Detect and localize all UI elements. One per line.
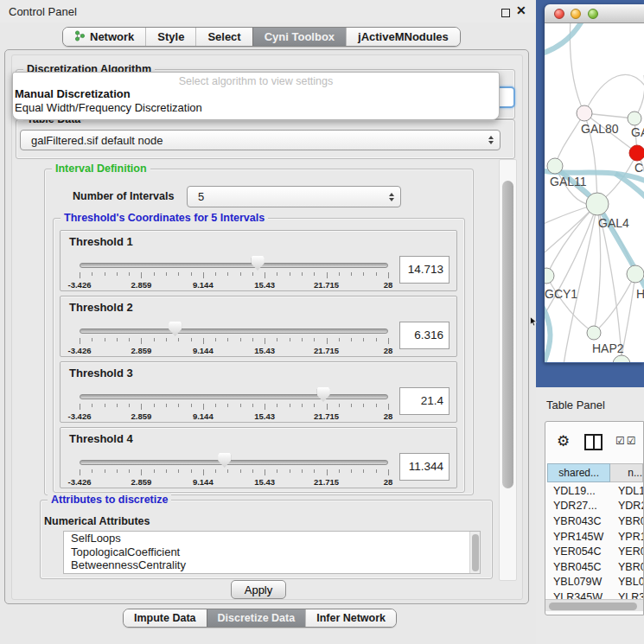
slider-track[interactable] [80, 394, 388, 399]
float-panel-icon[interactable] [501, 9, 510, 17]
slider-tick [302, 469, 303, 473]
slider-tick [314, 404, 315, 407]
table-row[interactable]: YDL19...YDL1 [547, 483, 643, 499]
slider-track[interactable] [80, 460, 388, 465]
threshold-value-field[interactable]: 6.316 [399, 322, 450, 349]
network-edge-thick[interactable] [545, 302, 551, 362]
network-edge-thick[interactable] [545, 23, 583, 54]
attribute-item-selfloops[interactable]: SelfLoops [64, 532, 480, 545]
attribute-item-topologicalcoefficient[interactable]: TopologicalCoefficient [64, 545, 480, 559]
tab-infer-network[interactable]: Infer Network [305, 609, 396, 627]
tab-jactivemnodules[interactable]: jActiveMNodules [346, 28, 460, 46]
zoom-light-icon[interactable] [588, 9, 598, 19]
gear-icon[interactable]: ⚙ [557, 432, 570, 450]
attribute-item-betweennesscentrality[interactable]: BetweennessCentrality [64, 558, 480, 572]
table-row[interactable]: YLR345WYLR3 [547, 590, 643, 599]
slider-track[interactable] [80, 328, 388, 334]
threshold-value-field[interactable]: 21.4 [399, 387, 450, 415]
slider-tick-label: 28 [384, 346, 393, 355]
table-row[interactable]: YDR27...YDR2 [547, 499, 643, 514]
network-edge[interactable] [584, 74, 644, 113]
column-header-name[interactable]: n... [610, 463, 643, 482]
num-intervals-combobox[interactable]: 5 [187, 186, 401, 207]
horizontal-scrollbar[interactable] [545, 599, 643, 611]
network-node-c[interactable] [629, 145, 644, 161]
minimize-light-icon[interactable] [571, 9, 581, 19]
network-canvas[interactable]: GAL80GACGAL11GAL4GCY1HHAP2 [545, 23, 644, 362]
slider-tick [215, 272, 216, 276]
split-view-icon[interactable] [584, 434, 603, 450]
slider-tick-label: 21.715 [314, 477, 339, 487]
num-intervals-value: 5 [198, 190, 204, 203]
slider-tick [290, 404, 290, 407]
tab-select[interactable]: Select [195, 28, 252, 46]
tab-style[interactable]: Style [145, 28, 195, 46]
tab-cyni-toolbox[interactable]: Cyni Toolbox [252, 28, 346, 46]
slider-tick [166, 469, 167, 473]
network-edge[interactable] [555, 113, 584, 166]
algorithm-option-equal-width-frequency-discretization[interactable]: Equal Width/Frequency Discretization [13, 101, 499, 115]
network-node-gal11[interactable] [547, 158, 563, 174]
algorithm-option-manual-discretization[interactable]: Manual Discretization [13, 87, 499, 101]
numerical-attributes-list[interactable]: SelfLoopsTopologicalCoefficientBetweenne… [63, 531, 481, 574]
column-checkboxes-icon[interactable]: ☑☑ [615, 435, 638, 447]
table-row[interactable]: YER054CYER0 [547, 544, 643, 559]
network-edge[interactable] [546, 276, 594, 333]
network-node-hap2[interactable] [587, 326, 601, 340]
tab-discretize-data[interactable]: Discretize Data [207, 609, 306, 627]
slider-tick [105, 469, 105, 473]
network-node[interactable] [613, 355, 630, 362]
slider-tick [92, 404, 92, 407]
slider-thumb[interactable] [218, 453, 231, 468]
threshold-coordinates-title: Threshold's Coordinates for 5 Intervals [61, 212, 268, 224]
network-node-ga[interactable] [628, 112, 641, 125]
list-scrollbar[interactable] [469, 532, 480, 573]
tab-network[interactable]: Network [63, 28, 145, 46]
table-data-combobox[interactable]: galFiltered.sif default node [20, 130, 501, 150]
control-panel-tabs: NetworkStyleSelectCyni ToolboxjActiveMNo… [62, 27, 461, 47]
threshold-value-field[interactable]: 11.344 [399, 453, 450, 481]
horizontal-scrollbar-thumb[interactable] [549, 603, 637, 610]
vertical-scrollbar-thumb[interactable] [502, 181, 513, 488]
slider-tick [92, 469, 92, 473]
apply-button[interactable]: Apply [231, 580, 286, 599]
tab-label: Cyni Toolbox [265, 30, 335, 43]
close-light-icon[interactable] [554, 9, 564, 19]
network-node-h[interactable] [627, 265, 644, 283]
column-header-shared[interactable]: shared... [547, 463, 610, 482]
network-node-gcy1[interactable] [545, 268, 554, 284]
slider-tick-label: -3.426 [68, 346, 92, 355]
slider-tick [178, 338, 179, 341]
slider-tick [129, 338, 130, 341]
cell-shared-name: YLR345W [547, 591, 612, 599]
network-node-gal80[interactable] [577, 105, 592, 121]
slider-tick-label: 28 [384, 477, 393, 487]
network-window-titlebar[interactable] [545, 4, 644, 23]
slider-tick [277, 469, 277, 473]
slider-track[interactable] [80, 263, 388, 268]
tab-label: Discretize Data [218, 612, 296, 624]
vertical-scrollbar[interactable] [499, 159, 517, 581]
tab-impute-data[interactable]: Impute Data [124, 609, 207, 627]
slider-thumb[interactable] [252, 256, 265, 271]
network-window[interactable]: GAL80GACGAL11GAL4GCY1HHAP2 [545, 4, 644, 363]
table-row[interactable]: YPR145WYPR1 [547, 529, 643, 545]
slider-tick [203, 338, 204, 344]
slider-tick [388, 272, 389, 278]
network-graph[interactable]: GAL80GACGAL11GAL4GCY1HHAP2 [545, 23, 644, 362]
network-node-gal4[interactable] [586, 193, 609, 215]
close-panel-icon[interactable]: ✕ [516, 3, 526, 17]
network-edge[interactable] [545, 204, 597, 326]
slider-tick [327, 404, 328, 410]
cell-shared-name: YBR043C [547, 515, 612, 527]
slider-thumb[interactable] [169, 322, 182, 336]
node-label: GAL4 [598, 216, 629, 230]
table-row[interactable]: YBR043CYBR0 [547, 513, 643, 529]
list-scrollbar-thumb[interactable] [472, 534, 479, 571]
table-row[interactable]: YBL079WYBL0 [547, 575, 643, 590]
threshold-value-field[interactable]: 14.713 [399, 256, 450, 284]
slider-tick [240, 404, 241, 407]
slider-tick [277, 338, 277, 341]
slider-thumb[interactable] [317, 387, 330, 402]
table-row[interactable]: YBR045CYBR0 [547, 559, 643, 575]
